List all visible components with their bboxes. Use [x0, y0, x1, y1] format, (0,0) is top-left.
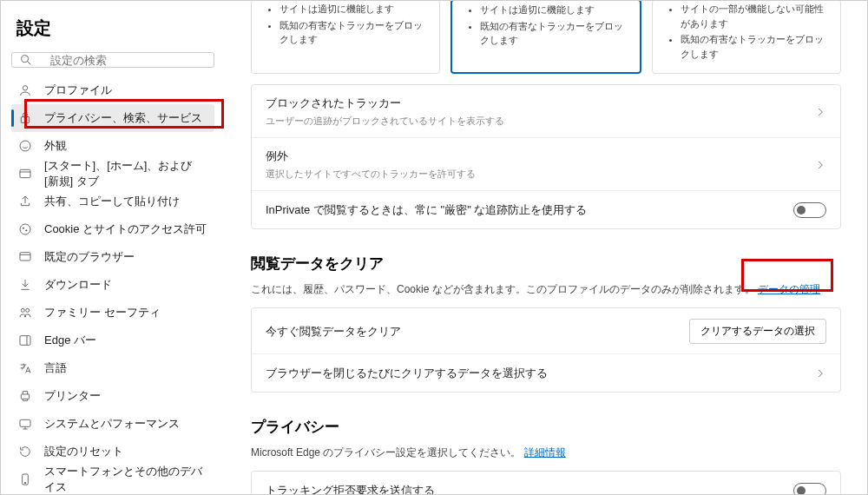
card-item: 既知の有害なトラッカーをブロックします — [480, 19, 628, 48]
nav-edgebar[interactable]: Edge バー — [11, 327, 214, 354]
svg-point-10 — [21, 308, 24, 312]
download-icon — [18, 278, 32, 292]
nav: プロファイル プライバシー、検索、サービス 外観 [スタート]、[ホーム]、およ… — [11, 76, 214, 495]
do-not-track-toggle[interactable] — [793, 483, 826, 494]
nav-label: システムとパフォーマンス — [44, 416, 180, 432]
nav-label: 言語 — [44, 360, 67, 376]
printer-icon — [18, 389, 32, 403]
row-title: ブロックされたトラッカー — [266, 96, 504, 111]
row-title: ブラウザーを閉じるたびにクリアするデータを選択する — [266, 366, 548, 381]
nav-label: ダウンロード — [44, 277, 112, 293]
sidebar-icon — [18, 333, 32, 347]
blocked-trackers-row[interactable]: ブロックされたトラッカー ユーザーの追跡がブロックされているサイトを表示する — [252, 85, 840, 138]
tracking-card-basic[interactable]: サイトは適切に機能します 既知の有害なトラッカーをブロックします — [251, 1, 440, 74]
nav-default-browser[interactable]: 既定のブラウザー — [11, 243, 214, 271]
nav-printers[interactable]: プリンター — [11, 382, 214, 410]
card-item: サイトは適切に機能します — [279, 2, 427, 16]
nav-appearance[interactable]: 外観 — [11, 132, 214, 160]
do-not-track-row: トラッキング拒否要求を送信する — [252, 472, 840, 494]
svg-point-4 — [20, 141, 30, 151]
lock-icon — [18, 111, 32, 125]
family-icon — [18, 306, 32, 320]
nav-label: Edge バー — [44, 333, 96, 348]
inprivate-strict-row: InPrivate で閲覧するときは、常に "厳密" な追跡防止を使用する — [252, 190, 840, 228]
row-subtitle: 選択したサイトですべてのトラッカーを許可する — [266, 168, 476, 181]
svg-point-2 — [23, 86, 27, 90]
nav-languages[interactable]: 言語 — [11, 354, 214, 382]
chevron-right-icon — [814, 159, 826, 171]
card-item: サイトは適切に機能します — [480, 3, 628, 17]
chevron-right-icon — [814, 367, 826, 380]
tracking-card-strict[interactable]: サイトの一部が機能しない可能性があります 既知の有害なトラッカーをブロックします — [652, 1, 841, 74]
desc-text: これには、履歴、パスワード、Cookie などが含まれます。このプロファイルのデ… — [251, 283, 755, 295]
clear-on-close-row[interactable]: ブラウザーを閉じるたびにクリアするデータを選択する — [252, 353, 840, 392]
card-item: 既知の有害なトラッカーをブロックします — [681, 32, 828, 61]
privacy-more-link[interactable]: 詳細情報 — [524, 446, 566, 459]
row-subtitle: ユーザーの追跡がブロックされているサイトを表示する — [266, 115, 504, 128]
nav-label: [スタート]、[ホーム]、および [新規] タブ — [44, 158, 207, 189]
nav-label: 既定のブラウザー — [44, 249, 135, 265]
row-title: 例外 — [266, 148, 476, 164]
row-title: トラッキング拒否要求を送信する — [266, 483, 435, 494]
nav-label: 外観 — [44, 138, 67, 154]
svg-point-0 — [22, 56, 29, 63]
choose-what-to-clear-button[interactable]: クリアするデータの選択 — [689, 319, 826, 344]
language-icon — [18, 361, 32, 375]
tracking-level-cards: サイトは適切に機能します 既知の有害なトラッカーをブロックします サイトは適切に… — [251, 1, 841, 74]
share-icon — [18, 195, 32, 208]
tracking-rows: ブロックされたトラッカー ユーザーの追跡がブロックされているサイトを表示する 例… — [251, 84, 841, 229]
svg-rect-5 — [20, 169, 30, 177]
svg-rect-14 — [20, 419, 30, 426]
nav-system[interactable]: システムとパフォーマンス — [11, 410, 214, 438]
nav-share[interactable]: 共有、コピーして貼り付け — [11, 188, 214, 215]
main-content: サイトは適切に機能します 既知の有害なトラッカーをブロックします サイトは適切に… — [225, 1, 867, 494]
nav-label: 共有、コピーして貼り付け — [44, 194, 180, 209]
svg-rect-3 — [21, 117, 29, 123]
nav-label: Cookie とサイトのアクセス許可 — [44, 221, 207, 237]
row-title: 今すぐ閲覧データをクリア — [266, 324, 401, 340]
manage-data-link[interactable]: データの管理 — [758, 283, 820, 295]
search-input[interactable] — [50, 54, 207, 67]
appearance-icon — [18, 139, 32, 153]
nav-label: 設定のリセット — [44, 444, 123, 459]
tracking-card-balanced[interactable]: サイトは適切に機能します 既知の有害なトラッカーをブロックします — [450, 1, 641, 74]
nav-label: プロファイル — [44, 82, 112, 98]
nav-label: プリンター — [44, 388, 101, 404]
svg-rect-13 — [21, 394, 29, 399]
nav-start[interactable]: [スタート]、[ホーム]、および [新規] タブ — [11, 160, 214, 188]
card-item: 既知の有害なトラッカーをブロックします — [279, 18, 427, 47]
clear-data-heading: 閲覧データをクリア — [251, 254, 841, 274]
clear-data-rows: 今すぐ閲覧データをクリア クリアするデータの選択 ブラウザーを閉じるたびにクリア… — [251, 307, 841, 393]
inprivate-strict-toggle[interactable] — [793, 202, 826, 218]
page-title: 設定 — [11, 16, 214, 40]
system-icon — [18, 417, 32, 431]
search-icon — [19, 53, 33, 67]
search-box[interactable] — [11, 52, 214, 68]
nav-privacy[interactable]: プライバシー、検索、サービス — [11, 104, 214, 132]
nav-family[interactable]: ファミリー セーフティ — [11, 299, 214, 327]
nav-downloads[interactable]: ダウンロード — [11, 271, 214, 299]
nav-profile[interactable]: プロファイル — [11, 76, 214, 104]
clear-data-desc: これには、履歴、パスワード、Cookie などが含まれます。このプロファイルのデ… — [251, 282, 841, 297]
nav-reset[interactable]: 設定のリセット — [11, 438, 214, 465]
reset-icon — [18, 445, 32, 459]
nav-phone[interactable]: スマートフォンとその他のデバイス — [11, 465, 214, 493]
nav-label: スマートフォンとその他のデバイス — [44, 464, 207, 495]
svg-rect-9 — [20, 253, 30, 261]
svg-point-8 — [26, 230, 27, 231]
svg-point-11 — [26, 308, 30, 312]
person-icon — [18, 83, 32, 97]
phone-icon — [18, 472, 32, 486]
svg-point-7 — [23, 228, 23, 228]
svg-point-16 — [24, 482, 25, 483]
nav-cookies[interactable]: Cookie とサイトのアクセス許可 — [11, 215, 214, 243]
clear-now-row: 今すぐ閲覧データをクリア クリアするデータの選択 — [252, 308, 840, 354]
cookie-icon — [18, 222, 32, 236]
svg-rect-12 — [20, 336, 30, 346]
svg-line-1 — [28, 62, 31, 65]
privacy-desc: Microsoft Edge のプライバシー設定を選択してください。 詳細情報 — [251, 446, 841, 460]
exceptions-row[interactable]: 例外 選択したサイトですべてのトラッカーを許可する — [252, 137, 840, 191]
svg-point-6 — [20, 224, 30, 234]
tab-icon — [18, 167, 32, 181]
nav-label: ファミリー セーフティ — [44, 305, 161, 320]
